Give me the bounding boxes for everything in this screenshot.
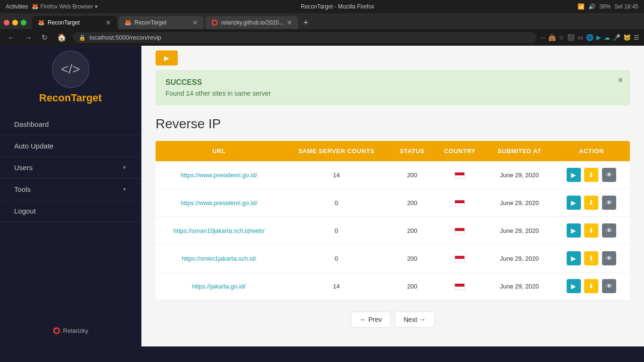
cell-url-2: https://sman10jakarta.sch.id/web/ [156, 217, 282, 245]
country-flag-1 [454, 200, 465, 206]
menu-button[interactable]: ☰ [634, 34, 639, 41]
pocket-icon[interactable]: 👜 [548, 34, 556, 41]
view-button-3[interactable]: 👁 [602, 251, 616, 265]
sidebar-item-logout[interactable]: Logout [0, 200, 141, 222]
cell-url-0: https://www.presidenri.go.id/ [156, 161, 282, 189]
download-button-0[interactable]: ⬇ [584, 168, 598, 182]
cell-country-4 [434, 272, 486, 300]
country-flag-4 [454, 283, 465, 290]
view-button-2[interactable]: 👁 [602, 223, 616, 238]
download-button-1[interactable]: ⬇ [584, 196, 598, 210]
browser-tab-2[interactable]: ⭕ relarizky.github.io/2020... ✕ [206, 16, 298, 29]
sidebar-toggle[interactable]: ▭ [578, 34, 583, 41]
prev-page-button[interactable]: ← Prev [351, 312, 391, 328]
tab-icon-1: 🦊 [124, 19, 132, 26]
sidebar-footer: ⭕ Relarizky [45, 320, 96, 342]
cell-url-1: https://www.presidenri.go.id/ [156, 189, 282, 217]
addon-icon-3[interactable]: ☁ [604, 34, 610, 41]
addon-icon-5[interactable]: 🐱 [623, 34, 631, 41]
bookmark-icon[interactable]: ☆ [559, 34, 564, 41]
github-icon: ⭕ [53, 327, 60, 334]
cell-count-2: 0 [282, 217, 391, 245]
home-button[interactable]: 🏠 [54, 32, 69, 43]
alert-close-button[interactable]: × [618, 75, 623, 85]
play-button-1[interactable]: ▶ [567, 196, 581, 210]
play-button-4[interactable]: ▶ [567, 279, 581, 293]
table-row: https://www.presidenri.go.id/ 0 200 June… [156, 189, 630, 217]
cell-count-3: 0 [282, 245, 391, 272]
tab-close-1[interactable]: ✕ [192, 19, 198, 26]
autoupdate-label: Auto Update [14, 142, 53, 150]
table-row: https://sman10jakarta.sch.id/web/ 0 200 … [156, 217, 630, 245]
cell-submitted-4: June 29, 2020 [486, 272, 553, 300]
col-count: SAME SERVER COUNTS [282, 141, 391, 161]
sidebar-item-autoupdate[interactable]: Auto Update [0, 135, 141, 157]
address-text: localhost:5000/recon/revip [90, 34, 531, 41]
col-country: COUNTRY [434, 141, 486, 161]
addon-icon-1[interactable]: 🌐 [586, 34, 594, 41]
close-window-btn[interactable] [4, 20, 9, 25]
firefox-label: 🦊 Firefox Web Browser ▾ [32, 3, 97, 10]
sidebar: </> ReconTarget Dashboard Auto Update Us… [0, 46, 141, 346]
sidebar-item-tools[interactable]: Tools [0, 179, 141, 200]
browser-tab-0[interactable]: 🦊 ReconTarget ✕ [32, 16, 117, 29]
tab-close-0[interactable]: ✕ [106, 19, 111, 26]
sidebar-item-dashboard[interactable]: Dashboard [0, 114, 141, 135]
tab-close-2[interactable]: ✕ [287, 19, 292, 26]
sidebar-nav: Dashboard Auto Update Users Tools Logout [0, 114, 141, 222]
browser-tab-1[interactable]: 🦊 ReconTarget ✕ [119, 16, 204, 29]
cell-submitted-3: June 29, 2020 [486, 245, 553, 272]
footer-label: Relarizky [63, 327, 88, 334]
download-button-2[interactable]: ⬇ [584, 223, 598, 238]
play-button-2[interactable]: ▶ [567, 223, 581, 238]
maximize-window-btn[interactable] [21, 20, 26, 25]
download-button-3[interactable]: ⬇ [584, 251, 598, 265]
view-button-4[interactable]: 👁 [602, 279, 616, 293]
col-url: URL [156, 141, 282, 161]
users-label: Users [14, 164, 33, 172]
sidebar-item-users[interactable]: Users [0, 157, 141, 179]
extensions-icon[interactable]: ⬛ [567, 34, 575, 41]
address-bar[interactable]: 🔒 localhost:5000/recon/revip [73, 32, 537, 43]
cell-status-0: 200 [390, 161, 434, 189]
col-action: ACTION [553, 141, 630, 161]
window-title: ReconTarget - Mozilla Firefox [301, 3, 374, 10]
addon-icon-4[interactable]: 🎤 [613, 34, 620, 41]
cell-country-0 [434, 161, 486, 189]
pagination: ← Prev Next → [156, 312, 630, 328]
col-submitted: SUBMITED AT [486, 141, 553, 161]
brand-name: ReconTarget [39, 92, 102, 104]
play-button-0[interactable]: ▶ [567, 168, 581, 182]
cell-count-0: 14 [282, 161, 391, 189]
cell-status-1: 200 [390, 189, 434, 217]
cell-submitted-0: June 29, 2020 [486, 161, 553, 189]
tools-label: Tools [14, 185, 31, 193]
play-button-3[interactable]: ▶ [567, 251, 581, 265]
cell-status-2: 200 [390, 217, 434, 245]
cell-country-2 [434, 217, 486, 245]
next-page-button[interactable]: Next → [395, 312, 435, 328]
more-icon[interactable]: ··· [540, 34, 545, 41]
reload-button[interactable]: ↻ [39, 32, 50, 43]
view-button-1[interactable]: 👁 [602, 196, 616, 210]
back-button[interactable]: ← [5, 33, 18, 43]
forward-button[interactable]: → [22, 33, 35, 43]
view-button-0[interactable]: 👁 [602, 168, 616, 182]
action-button[interactable]: ▶ [156, 50, 178, 66]
cell-country-3 [434, 245, 486, 272]
table-row: https://smkn1jakarta.sch.id/ 0 200 June … [156, 245, 630, 272]
page-title: Reverse IP [156, 116, 630, 132]
activities-menu[interactable]: Activities [6, 3, 28, 10]
dashboard-label: Dashboard [14, 120, 49, 128]
battery-indicator: 36% [599, 3, 611, 10]
main-content: ▶ SUCCESS Found 14 other sites in same s… [141, 46, 644, 346]
cell-action-4: ▶ ⬇ 👁 [553, 272, 630, 300]
table-row: https://www.presidenri.go.id/ 14 200 Jun… [156, 161, 630, 189]
success-alert: SUCCESS Found 14 other sites in same ser… [156, 70, 630, 105]
col-status: STATUS [390, 141, 434, 161]
new-tab-button[interactable]: + [300, 17, 313, 29]
download-button-4[interactable]: ⬇ [584, 279, 598, 293]
addon-icon-2[interactable]: ▶ [596, 34, 601, 41]
alert-message: Found 14 other sites in same server [165, 90, 620, 97]
minimize-window-btn[interactable] [12, 20, 18, 25]
